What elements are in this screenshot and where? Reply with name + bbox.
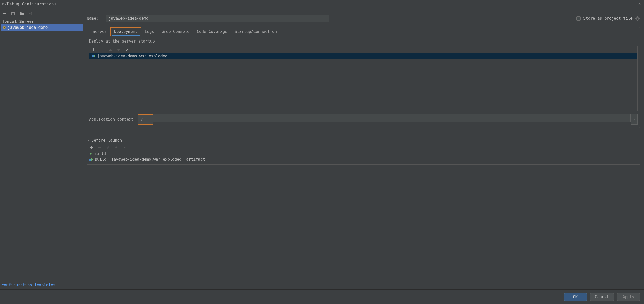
tab-server[interactable]: Server bbox=[89, 27, 110, 36]
tree-item-javaweb-idea-demo[interactable]: javaweb-idea-demo bbox=[1, 24, 83, 31]
bl-remove-icon bbox=[98, 146, 102, 149]
bl-item-build[interactable]: Build bbox=[87, 151, 640, 157]
deployment-tab-panel: Server Deployment Logs Grep Console Code… bbox=[87, 27, 640, 128]
svg-rect-14 bbox=[100, 50, 104, 50]
tab-startup-connection[interactable]: Startup/Connection bbox=[231, 27, 280, 36]
gear-icon[interactable] bbox=[635, 16, 640, 21]
sidebar: Tomcat Server javaweb-idea-demo configur… bbox=[0, 8, 83, 289]
tab-grep-console[interactable]: Grep Console bbox=[158, 27, 193, 36]
apply-button[interactable]: Apply bbox=[617, 293, 640, 301]
application-context-value-highlight[interactable]: / bbox=[138, 114, 153, 125]
deployment-item-label: javaweb-idea-demo:war exploded bbox=[97, 54, 167, 58]
tabs: Server Deployment Logs Grep Console Code… bbox=[87, 27, 640, 36]
bl-move-down-icon bbox=[123, 146, 126, 149]
svg-line-13 bbox=[639, 17, 639, 18]
dialog-footer: OK Cancel Apply bbox=[0, 289, 644, 304]
svg-line-10 bbox=[636, 17, 637, 18]
svg-rect-16 bbox=[98, 147, 101, 148]
artifact-icon bbox=[91, 54, 96, 58]
svg-line-11 bbox=[639, 19, 639, 20]
store-as-project-file-checkbox[interactable] bbox=[576, 16, 581, 21]
svg-rect-0 bbox=[3, 13, 6, 14]
application-context-label: Application context: bbox=[89, 117, 136, 122]
copy-icon[interactable] bbox=[11, 11, 15, 16]
deployment-item[interactable]: javaweb-idea-demo:war exploded bbox=[89, 53, 637, 59]
minus-icon[interactable] bbox=[3, 12, 6, 15]
edit-icon[interactable] bbox=[125, 48, 129, 52]
hammer-icon bbox=[89, 152, 93, 156]
sidebar-toolbar bbox=[0, 8, 83, 19]
bl-add-icon[interactable] bbox=[90, 146, 93, 149]
move-down-icon bbox=[117, 49, 120, 51]
tab-deployment[interactable]: Deployment bbox=[110, 27, 141, 36]
tree-item-label: javaweb-idea-demo bbox=[8, 25, 48, 30]
tab-logs[interactable]: Logs bbox=[141, 27, 158, 36]
move-up-icon bbox=[109, 49, 112, 51]
bl-item-label: Build bbox=[94, 151, 106, 156]
cancel-button[interactable]: Cancel bbox=[590, 293, 614, 301]
collapse-icon bbox=[87, 139, 89, 142]
bl-item-label: Build 'javaweb-idea-demo:war exploded' a… bbox=[95, 157, 205, 162]
bl-edit-icon bbox=[106, 146, 110, 149]
application-context-dropdown-button[interactable] bbox=[631, 114, 638, 125]
store-as-project-file-label: Store as project file bbox=[583, 16, 633, 21]
ok-button[interactable]: OK bbox=[564, 293, 587, 301]
folder-icon[interactable] bbox=[20, 12, 24, 15]
tree-group-tomcat[interactable]: Tomcat Server bbox=[1, 19, 83, 24]
artifact-icon bbox=[89, 158, 93, 161]
tomcat-icon bbox=[3, 26, 6, 29]
remove-icon[interactable] bbox=[100, 48, 104, 52]
sort-icon bbox=[29, 11, 33, 16]
svg-point-5 bbox=[637, 18, 638, 19]
name-label: Name: bbox=[87, 16, 98, 21]
configuration-templates-link[interactable]: configuration templates… bbox=[0, 281, 83, 289]
name-input[interactable] bbox=[106, 15, 329, 22]
configurations-tree: Tomcat Server javaweb-idea-demo bbox=[0, 19, 83, 281]
application-context-input[interactable] bbox=[153, 114, 631, 122]
svg-rect-17 bbox=[89, 155, 90, 155]
svg-point-4 bbox=[4, 27, 5, 28]
before-launch-header[interactable]: Before launch bbox=[87, 137, 640, 144]
main-panel: Name: Store as project file Server Deplo… bbox=[83, 8, 644, 289]
deploy-section-label: Deploy at the server startup bbox=[89, 39, 638, 44]
before-launch-panel: Before launch bbox=[87, 137, 640, 165]
add-icon[interactable] bbox=[92, 48, 96, 52]
window-title: n/Debug Configurations bbox=[2, 2, 57, 6]
deployment-list: javaweb-idea-demo:war exploded bbox=[89, 46, 638, 111]
bl-move-up-icon bbox=[115, 146, 118, 149]
svg-line-12 bbox=[636, 19, 637, 20]
close-icon[interactable]: ✕ bbox=[638, 1, 641, 6]
title-bar: n/Debug Configurations ✕ bbox=[0, 0, 644, 8]
svg-rect-2 bbox=[12, 13, 15, 15]
bl-item-build-artifact[interactable]: Build 'javaweb-idea-demo:war exploded' a… bbox=[87, 157, 640, 162]
tab-code-coverage[interactable]: Code Coverage bbox=[193, 27, 231, 36]
before-launch-list: Build Build 'javaweb-idea-demo:war explo… bbox=[87, 144, 640, 165]
chevron-down-icon bbox=[633, 118, 635, 120]
